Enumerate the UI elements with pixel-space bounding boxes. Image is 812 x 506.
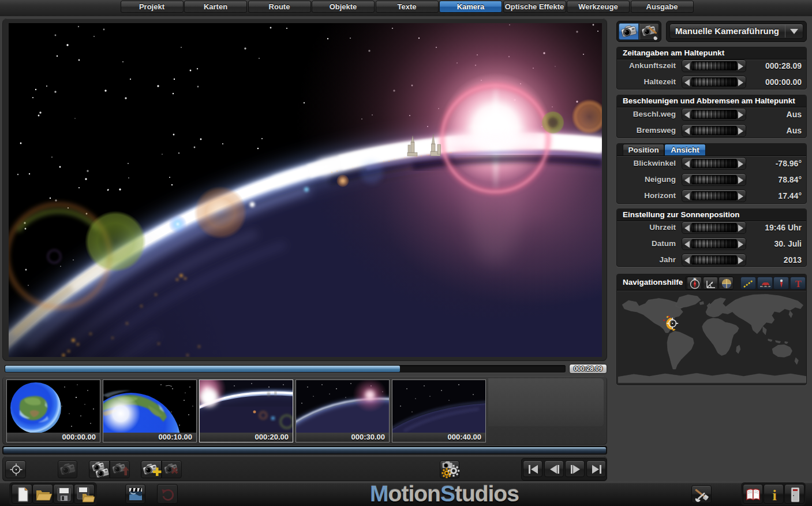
- svg-text:i: i: [772, 487, 776, 504]
- svg-text:T: T: [795, 279, 801, 289]
- svg-text:N: N: [694, 277, 696, 281]
